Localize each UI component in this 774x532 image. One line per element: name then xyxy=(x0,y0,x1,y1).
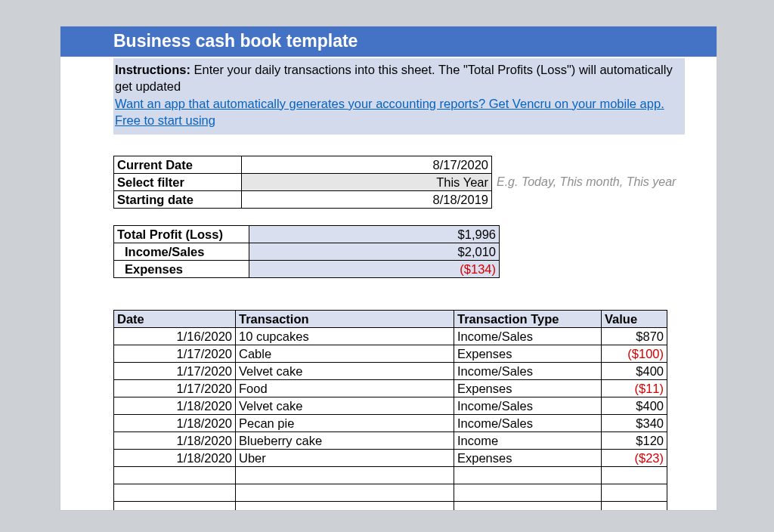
cell-type[interactable]: Income/Sales xyxy=(454,363,602,380)
cell-date[interactable]: 1/18/2020 xyxy=(114,432,236,450)
promo-link-line1[interactable]: Want an app that automatically generates… xyxy=(115,97,664,110)
income-value: $2,010 xyxy=(249,243,500,261)
cell-value[interactable]: $120 xyxy=(602,432,667,450)
summary-table: Total Profit (Loss) $1,996 Income/Sales … xyxy=(113,225,500,278)
cell-date[interactable]: 1/18/2020 xyxy=(114,450,236,467)
current-date-label: Current Date xyxy=(114,156,242,174)
cell-value[interactable]: ($11) xyxy=(602,380,667,397)
cell-type[interactable]: Income/Sales xyxy=(454,397,602,415)
cell-date[interactable]: 1/18/2020 xyxy=(114,415,236,432)
cell-empty[interactable] xyxy=(602,502,667,510)
cell-value[interactable]: $400 xyxy=(602,397,667,415)
table-row-empty[interactable] xyxy=(114,502,667,510)
table-row[interactable]: 1/18/2020Blueberry cakeIncome$120 xyxy=(114,432,667,450)
cell-transaction[interactable]: Blueberry cake xyxy=(236,432,454,450)
transactions-header-row: Date Transaction Transaction Type Value xyxy=(114,311,667,328)
cell-type[interactable]: Expenses xyxy=(454,345,602,363)
content-area: Current Date 8/17/2020 Select filter Thi… xyxy=(60,135,717,510)
filter-value[interactable]: This Year xyxy=(242,174,492,191)
current-date-row: Current Date 8/17/2020 xyxy=(114,156,492,174)
table-row[interactable]: 1/18/2020UberExpenses($23) xyxy=(114,450,667,467)
cell-transaction[interactable]: Food xyxy=(236,380,454,397)
cell-type[interactable]: Income xyxy=(454,432,602,450)
table-row[interactable]: 1/18/2020Pecan pieIncome/Sales$340 xyxy=(114,415,667,432)
col-type[interactable]: Transaction Type xyxy=(454,311,602,328)
col-value[interactable]: Value xyxy=(602,311,667,328)
filter-hint: E.g. Today, This month, This year xyxy=(497,175,676,189)
cell-value[interactable]: ($100) xyxy=(602,345,667,363)
col-transaction[interactable]: Transaction xyxy=(236,311,454,328)
cell-value[interactable]: ($23) xyxy=(602,450,667,467)
income-label: Income/Sales xyxy=(114,243,249,261)
expenses-label: Expenses xyxy=(114,261,249,278)
cell-date[interactable]: 1/17/2020 xyxy=(114,380,236,397)
table-row[interactable]: 1/18/2020Velvet cakeIncome/Sales$400 xyxy=(114,397,667,415)
cell-transaction[interactable]: Pecan pie xyxy=(236,415,454,432)
filter-row: Select filter This Year xyxy=(114,174,492,191)
instructions-text-1: Enter your daily transactions into this … xyxy=(190,63,673,76)
cell-empty[interactable] xyxy=(114,502,236,510)
income-row: Income/Sales $2,010 xyxy=(114,243,500,261)
total-profit-value: $1,996 xyxy=(249,226,500,243)
table-row[interactable]: 1/17/2020Velvet cakeIncome/Sales$400 xyxy=(114,363,667,380)
expenses-row: Expenses ($134) xyxy=(114,261,500,278)
cell-transaction[interactable]: Cable xyxy=(236,345,454,363)
page-title: Business cash book template xyxy=(60,26,717,57)
cell-empty[interactable] xyxy=(454,502,602,510)
cell-empty[interactable] xyxy=(602,484,667,502)
starting-date-label: Starting date xyxy=(114,191,242,209)
cell-transaction[interactable]: Velvet cake xyxy=(236,397,454,415)
cell-date[interactable]: 1/17/2020 xyxy=(114,363,236,380)
cell-type[interactable]: Expenses xyxy=(454,380,602,397)
instructions-box: Instructions: Enter your daily transacti… xyxy=(113,58,685,135)
promo-link-line2[interactable]: Free to start using xyxy=(115,113,215,127)
cell-empty[interactable] xyxy=(602,467,667,484)
cell-value[interactable]: $340 xyxy=(602,415,667,432)
cell-transaction[interactable]: Velvet cake xyxy=(236,363,454,380)
starting-date-row: Starting date 8/18/2019 xyxy=(114,191,492,209)
cell-type[interactable]: Expenses xyxy=(454,450,602,467)
cell-empty[interactable] xyxy=(454,484,602,502)
cell-empty[interactable] xyxy=(236,502,454,510)
cell-empty[interactable] xyxy=(236,467,454,484)
transactions-table: Date Transaction Transaction Type Value … xyxy=(113,310,667,510)
cell-value[interactable]: $400 xyxy=(602,363,667,380)
cell-date[interactable]: 1/18/2020 xyxy=(114,397,236,415)
instructions-label: Instructions: xyxy=(115,63,190,76)
cell-empty[interactable] xyxy=(236,484,454,502)
starting-date-value[interactable]: 8/18/2019 xyxy=(242,191,492,209)
table-row[interactable]: 1/16/202010 cupcakesIncome/Sales$870 xyxy=(114,328,667,345)
cell-empty[interactable] xyxy=(114,467,236,484)
cell-empty[interactable] xyxy=(454,467,602,484)
cell-type[interactable]: Income/Sales xyxy=(454,415,602,432)
current-date-value[interactable]: 8/17/2020 xyxy=(242,156,492,174)
cell-date[interactable]: 1/17/2020 xyxy=(114,345,236,363)
table-row-empty[interactable] xyxy=(114,467,667,484)
table-row-empty[interactable] xyxy=(114,484,667,502)
filter-label: Select filter xyxy=(114,174,242,191)
cell-date[interactable]: 1/16/2020 xyxy=(114,328,236,345)
instructions-text-2: get updated xyxy=(115,79,181,93)
cell-transaction[interactable]: Uber xyxy=(236,450,454,467)
date-filter-table: Current Date 8/17/2020 Select filter Thi… xyxy=(113,156,492,209)
cell-transaction[interactable]: 10 cupcakes xyxy=(236,328,454,345)
table-row[interactable]: 1/17/2020FoodExpenses($11) xyxy=(114,380,667,397)
cell-empty[interactable] xyxy=(114,484,236,502)
spreadsheet-page: Business cash book template Instructions… xyxy=(60,26,717,510)
cell-value[interactable]: $870 xyxy=(602,328,667,345)
total-profit-row: Total Profit (Loss) $1,996 xyxy=(114,226,500,243)
col-date[interactable]: Date xyxy=(114,311,236,328)
total-profit-label: Total Profit (Loss) xyxy=(114,226,249,243)
cell-type[interactable]: Income/Sales xyxy=(454,328,602,345)
table-row[interactable]: 1/17/2020CableExpenses($100) xyxy=(114,345,667,363)
expenses-value: ($134) xyxy=(249,261,500,278)
